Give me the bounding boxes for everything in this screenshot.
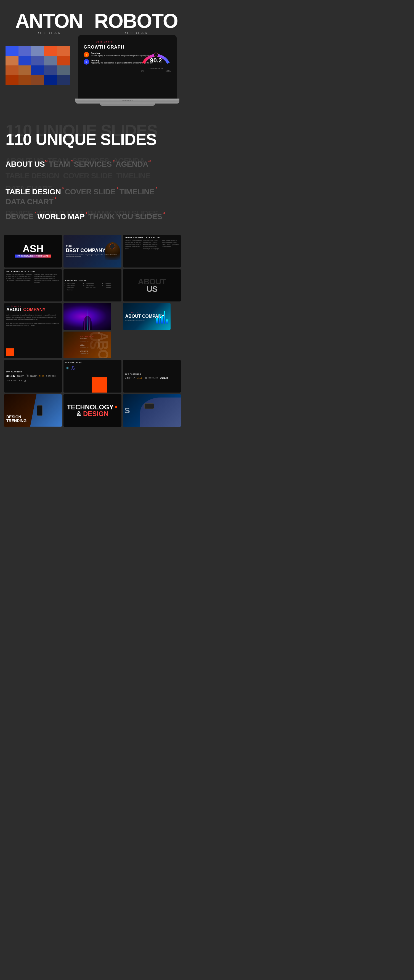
partners2-logos: ⚛ ℒ — [65, 365, 119, 371]
cat-tabledesign: TABLE DESIGN 3 — [6, 188, 61, 196]
p3-nick: nick — [137, 377, 142, 379]
cat-count-agenda: 10 — [148, 159, 151, 162]
bullet-col1: Item one list Item two list Item three I… — [65, 282, 82, 291]
color-cell — [19, 46, 32, 56]
beam3 — [89, 317, 90, 330]
aboutus2-left: —— About Us STRATEGY Lorem ipsum text ME… — [78, 334, 97, 356]
strategy-text: Lorem ipsum text — [80, 340, 89, 342]
slide-partners3: OUR PARTNERS Solr² ↗ nick ⚿ ROMIUSS UBER — [123, 360, 181, 393]
aboutus2-items: STRATEGY Lorem ipsum text MEDIA Lorem ip… — [80, 338, 95, 355]
best-title-2: BEST COMPANY — [66, 248, 105, 253]
2col-title: TWO COLUMN TEXT LAYOUT — [6, 271, 35, 272]
slide-bullet: BULLET LIST LAYOUT Item one list Item tw… — [64, 269, 121, 302]
tech-subtitle: & DESIGN — [76, 410, 108, 417]
tech-title: TECHNOLOGY — [67, 404, 113, 410]
svg-text:♥: ♥ — [155, 54, 157, 57]
p3-uber: UBER — [160, 377, 168, 379]
vr-letter: S — [124, 406, 130, 415]
budding-icon: ⚡ — [84, 52, 89, 57]
cat-name-tabledesign: TABLE DESIGN — [6, 188, 61, 196]
color-cell — [57, 56, 70, 65]
tech-dot — [115, 406, 117, 408]
font-section: ANTON REGULAR ROBOTO REGULAR — [0, 0, 185, 41]
divider-right2 — [150, 33, 158, 33]
color-cell — [6, 46, 19, 56]
slide-aboutcomp-tall: —— About Us ABOUT COMPANY As the minuten… — [4, 303, 62, 358]
light-beams — [64, 303, 111, 330]
slide-partners1: OUR PARTNERS UBER Solr² ⚿ Solr² nick ROM… — [4, 360, 62, 393]
cat-team: TEAM 6 — [49, 160, 70, 169]
cat-count-datachart: 14 — [53, 197, 56, 200]
cat-count-services: 9 — [113, 159, 115, 162]
ash-subtitle: PRESENTATION TEMPLATE — [15, 255, 51, 258]
growth-gauge: ♥ 90.2 Our Growth Rate 0% 100% — [141, 44, 171, 74]
aboutus-text: ABOUTUS — [138, 278, 166, 293]
color-cell — [6, 65, 19, 75]
cat-row-3: DEVICE 8 WORLD MAP 7 THANK YOU SLIDES 8 — [6, 212, 179, 222]
best-text: A company is a legal business entity of … — [66, 254, 119, 257]
cat-name-services: SERVICES — [74, 160, 112, 169]
color-cell — [31, 56, 44, 65]
font-name-roboto: ROBOTO — [92, 11, 179, 31]
color-cell — [44, 65, 57, 75]
best-title: THEBEST COMPANY — [66, 245, 119, 253]
p3-arrow: ↗ — [133, 377, 135, 379]
slide-purple — [64, 303, 111, 330]
atlas-logo: ℒ — [71, 365, 75, 371]
divider-right — [63, 33, 72, 33]
marketing-text: Lorem ipsum text — [80, 353, 89, 354]
aboutcomp-tall-title: ABOUT COMPANY — [6, 307, 60, 312]
gauge-min: 0% — [141, 70, 144, 72]
3col-col2: Company in that force of business that f… — [143, 240, 161, 266]
slide-partners2: OUR PARTNERS ⚛ ℒ — [64, 360, 121, 393]
label-line: ———— — [84, 41, 95, 43]
best-content: THEBEST COMPANY A company is a legal bus… — [64, 243, 121, 259]
bullet-col3: List item A List item B List item C — [103, 282, 120, 291]
partners2-title: OUR PARTNERS — [65, 362, 119, 363]
aboutcomp-tall-text: As the minuteness of the parts formed a … — [6, 314, 60, 326]
slide-aboutus2: ABOUT US —— About Us STRATEGY Lorem ipsu… — [64, 331, 111, 358]
lightwork-logo: LIGHTWORK — [6, 380, 22, 382]
cat-name-agenda: AGENDA — [116, 160, 148, 169]
cat-count-aboutus: 32 — [45, 159, 48, 162]
grid-row-2: TWO COLUMN TEXT LAYOUT Exemplo is a good… — [4, 269, 181, 302]
bar1 — [156, 318, 158, 323]
divider-left2 — [113, 33, 122, 33]
cat-datachart: DATA CHART 14 — [6, 197, 53, 206]
2col-left: Exemplo is a good example of a page with… — [6, 274, 32, 300]
cat-name-thankyou: THANK YOU SLIDES — [89, 212, 162, 221]
slide-best-company: THEBEST COMPANY A company is a legal bus… — [64, 235, 121, 267]
label-text: Data Chart — [96, 41, 112, 43]
cat-count-device: 8 — [35, 212, 36, 215]
color-cell — [57, 46, 70, 56]
grid-row-1: ASH PRESENTATION TEMPLATE THEBEST COMPAN… — [4, 235, 181, 267]
media-text: Lorem ipsum text — [80, 347, 89, 348]
partners1-logos: UBER Solr² ⚿ Solr² nick ROMIUSS LIGHTWOR… — [6, 374, 60, 382]
cat-name-aboutus: ABOUT US — [6, 160, 45, 169]
cat-timeline: TIMELINE 5 — [119, 188, 154, 196]
orange-square — [6, 348, 14, 356]
color-cell — [6, 56, 19, 65]
beam2 — [87, 309, 88, 330]
gauge-max: 100% — [166, 70, 170, 72]
aboutus-us: US — [146, 284, 157, 293]
palette-laptop-section: ———— Data Chart GROWTH GRAPH ⚡ Budding A… — [0, 41, 185, 114]
vr-headset — [144, 403, 154, 409]
color-cell — [57, 65, 70, 75]
3col-col3: Some caption text and a table layout ite… — [162, 240, 179, 266]
cat-services: SERVICES 9 — [74, 160, 112, 169]
cat-thankyou: THANK YOU SLIDES 8 — [89, 212, 162, 221]
laptop-stand — [100, 103, 155, 106]
uber-logo: UBER — [6, 374, 16, 378]
cat-name-datachart: DATA CHART — [6, 197, 53, 206]
gauge-label: Our Growth Rate — [141, 67, 171, 69]
react-logo: ⚛ — [65, 366, 69, 371]
cat-count-timeline: 5 — [156, 187, 157, 190]
ash-title: ASH — [15, 245, 51, 253]
cat-count-thankyou: 8 — [163, 212, 165, 215]
p3-romiuss: ROMIUSS — [148, 377, 158, 379]
hero-main-text: 110 UNIQUE SLIDES — [6, 130, 179, 148]
aboutcomp2-bars — [156, 310, 168, 323]
slide-vr: S — [123, 394, 181, 427]
font-roboto: ROBOTO REGULAR — [92, 11, 179, 35]
